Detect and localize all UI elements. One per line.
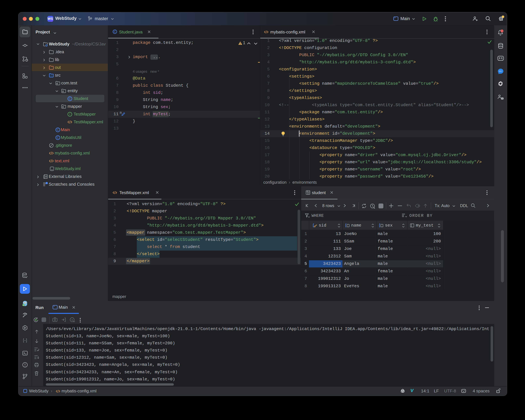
svg-text:C: C	[69, 97, 71, 100]
svg-text:?: ?	[26, 59, 27, 61]
svg-text:C: C	[57, 128, 59, 131]
svg-text:C: C	[114, 30, 116, 33]
svg-text:I: I	[69, 113, 70, 116]
svg-text:C: C	[57, 136, 59, 139]
svg-text:a: a	[71, 319, 73, 321]
